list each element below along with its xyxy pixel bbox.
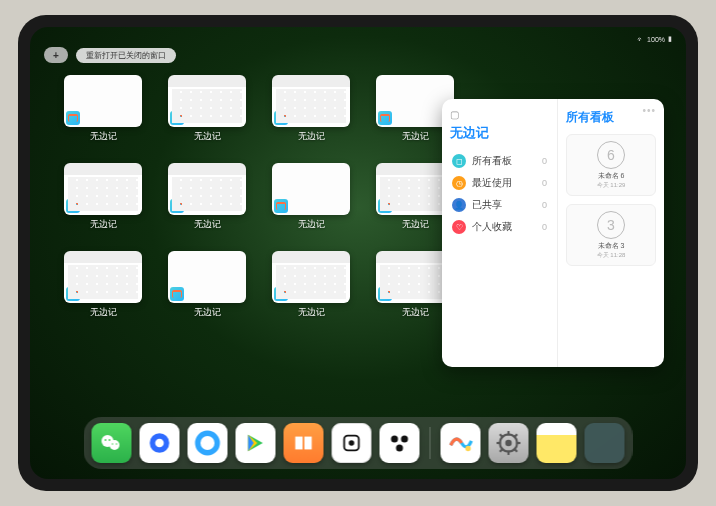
svg-point-16 xyxy=(505,440,512,447)
thumbnail-label: 无边记 xyxy=(194,306,221,319)
thumbnail-preview xyxy=(168,75,246,127)
svg-point-5 xyxy=(116,443,118,445)
freeform-app-icon xyxy=(274,111,288,125)
status-bar: ᯤ 100% ▮ xyxy=(30,31,686,47)
thumbnail-label: 无边记 xyxy=(194,218,221,231)
sidebar-icon: ▢ xyxy=(450,109,459,120)
window-thumbnail[interactable]: 无边记 xyxy=(58,163,148,239)
atoms-icon[interactable] xyxy=(380,423,420,463)
category-item[interactable]: ♡个人收藏0 xyxy=(450,216,549,238)
qqbrowser-icon[interactable] xyxy=(188,423,228,463)
screen: ᯤ 100% ▮ + 重新打开已关闭的窗口 无边记无边记无边记无边记无边记无边记… xyxy=(30,27,686,479)
thumbnail-preview xyxy=(168,163,246,215)
more-button[interactable]: ••• xyxy=(642,105,656,116)
status-icons: ᯤ 100% ▮ xyxy=(637,35,672,43)
dice-icon[interactable] xyxy=(332,423,372,463)
freeform-app-icon xyxy=(170,287,184,301)
svg-line-23 xyxy=(500,448,503,451)
board-thumbnail: 6 xyxy=(597,141,625,169)
new-window-button[interactable]: + xyxy=(44,47,68,63)
panel-title: 无边记 xyxy=(450,124,549,142)
category-icon: ◻ xyxy=(452,154,466,168)
window-thumbnail[interactable]: 无边记 xyxy=(58,75,148,151)
play-icon[interactable] xyxy=(236,423,276,463)
svg-point-8 xyxy=(198,433,218,453)
panel-sidebar: ▢ 无边记 ◻所有看板0◷最近使用0👤已共享0♡个人收藏0 xyxy=(442,99,558,367)
window-thumbnails-grid: 无边记无边记无边记无边记无边记无边记无边记无边记无边记无边记无边记无边记 xyxy=(58,75,460,327)
svg-line-22 xyxy=(514,448,517,451)
thumbnail-label: 无边记 xyxy=(194,130,221,143)
window-thumbnail[interactable]: 无边记 xyxy=(162,251,252,327)
svg-point-14 xyxy=(465,446,470,451)
category-count: 0 xyxy=(542,222,547,232)
thumbnail-label: 无边记 xyxy=(90,306,117,319)
wechat-icon[interactable] xyxy=(92,423,132,463)
category-icon: ♡ xyxy=(452,220,466,234)
category-label: 最近使用 xyxy=(472,176,512,190)
board-item[interactable]: 6未命名 6今天 11:29 xyxy=(566,134,656,196)
category-icon: 👤 xyxy=(452,198,466,212)
freeform-app-icon xyxy=(378,287,392,301)
notes-icon[interactable] xyxy=(537,423,577,463)
category-label: 个人收藏 xyxy=(472,220,512,234)
books-icon[interactable] xyxy=(284,423,324,463)
thumbnail-label: 无边记 xyxy=(402,218,429,231)
freeform-app-icon xyxy=(274,199,288,213)
category-item[interactable]: ◷最近使用0 xyxy=(450,172,549,194)
freeform-app-icon xyxy=(66,287,80,301)
qqhd-icon[interactable] xyxy=(140,423,180,463)
board-name: 未命名 3 xyxy=(598,241,625,251)
freeform-app-icon xyxy=(170,199,184,213)
settings-icon[interactable] xyxy=(489,423,529,463)
thumbnail-label: 无边记 xyxy=(90,130,117,143)
window-thumbnail[interactable]: 无边记 xyxy=(266,163,356,239)
freeform-app-icon xyxy=(66,199,80,213)
board-time: 今天 11:29 xyxy=(597,181,626,190)
svg-point-13 xyxy=(396,445,403,452)
board-name: 未命名 6 xyxy=(598,171,625,181)
thumbnail-preview xyxy=(64,75,142,127)
app-library-icon[interactable] xyxy=(585,423,625,463)
dock-separator xyxy=(430,427,431,459)
thumbnail-preview xyxy=(64,251,142,303)
battery-pct: 100% xyxy=(647,36,665,43)
thumbnail-label: 无边记 xyxy=(402,306,429,319)
category-label: 所有看板 xyxy=(472,154,512,168)
category-item[interactable]: 👤已共享0 xyxy=(450,194,549,216)
window-thumbnail[interactable]: 无边记 xyxy=(266,75,356,151)
thumbnail-preview xyxy=(272,163,350,215)
category-item[interactable]: ◻所有看板0 xyxy=(450,150,549,172)
board-thumbnail: 3 xyxy=(597,211,625,239)
thumbnail-label: 无边记 xyxy=(298,218,325,231)
top-bar: + 重新打开已关闭的窗口 xyxy=(44,47,176,63)
freeform-app-icon xyxy=(378,199,392,213)
svg-point-12 xyxy=(401,436,408,443)
thumbnail-label: 无边记 xyxy=(90,218,117,231)
thumbnail-preview xyxy=(272,75,350,127)
thumbnail-preview xyxy=(168,251,246,303)
category-count: 0 xyxy=(542,178,547,188)
panel-content: ••• 所有看板 6未命名 6今天 11:293未命名 3今天 11:28 xyxy=(558,99,664,367)
category-label: 已共享 xyxy=(472,198,502,212)
board-time: 今天 11:28 xyxy=(597,251,626,260)
window-thumbnail[interactable]: 无边记 xyxy=(266,251,356,327)
thumbnail-preview xyxy=(272,251,350,303)
ipad-frame: ᯤ 100% ▮ + 重新打开已关闭的窗口 无边记无边记无边记无边记无边记无边记… xyxy=(18,15,698,491)
category-count: 0 xyxy=(542,156,547,166)
svg-line-24 xyxy=(514,434,517,437)
thumbnail-label: 无边记 xyxy=(402,130,429,143)
dock xyxy=(84,417,633,469)
board-item[interactable]: 3未命名 3今天 11:28 xyxy=(566,204,656,266)
window-thumbnail[interactable]: 无边记 xyxy=(58,251,148,327)
reopen-closed-window-button[interactable]: 重新打开已关闭的窗口 xyxy=(76,48,176,63)
freeform-app-icon xyxy=(378,111,392,125)
freeform-app-icon xyxy=(274,287,288,301)
panel-head: ▢ xyxy=(450,109,549,120)
category-count: 0 xyxy=(542,200,547,210)
svg-point-3 xyxy=(109,439,111,441)
thumbnail-label: 无边记 xyxy=(298,306,325,319)
freeform-icon[interactable] xyxy=(441,423,481,463)
window-thumbnail[interactable]: 无边记 xyxy=(162,75,252,151)
window-thumbnail[interactable]: 无边记 xyxy=(162,163,252,239)
category-list: ◻所有看板0◷最近使用0👤已共享0♡个人收藏0 xyxy=(450,150,549,238)
